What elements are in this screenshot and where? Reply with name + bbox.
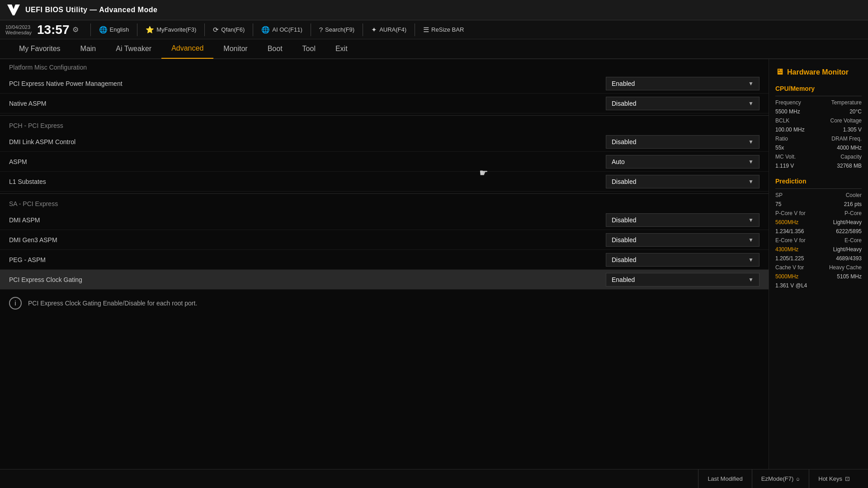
setting-label-dmi-gen3-aspm: DMI Gen3 ASPM: [9, 236, 606, 244]
ecore-volt-score-row: 1.205/1.225 4689/4393: [769, 254, 868, 263]
breadcrumb: Platform Misc Configuration: [0, 59, 769, 74]
setting-row-pci-express-native[interactable]: PCI Express Native Power Management Enab…: [0, 74, 769, 94]
nav-advanced[interactable]: Advanced: [161, 39, 213, 59]
mc-volt-label: MC Volt.: [775, 154, 796, 160]
nav-boot[interactable]: Boot: [258, 39, 292, 59]
cooler-value: 216 pts: [844, 201, 862, 207]
setting-row-dmi-aspm[interactable]: DMI ASPM Disabled ▼: [0, 210, 769, 230]
dropdown-native-aspm[interactable]: Disabled ▼: [606, 97, 760, 110]
toolbar-divider-2: [137, 23, 137, 36]
qfan-btn[interactable]: ⟳ Qfan(F6): [209, 24, 248, 36]
nav-my-favorites[interactable]: My Favorites: [9, 39, 71, 59]
dropdown-pci-express-native[interactable]: Enabled ▼: [606, 77, 760, 90]
sp-cooler-header: SP Cooler: [769, 191, 868, 200]
cache-v-for-label: Cache V for: [775, 264, 804, 271]
capacity-value: 32768 MB: [837, 163, 862, 169]
setting-label-aspm: ASPM: [9, 158, 606, 165]
dropdown-dmi-gen3-aspm[interactable]: Disabled ▼: [606, 233, 760, 247]
setting-label-pci-express-native: PCI Express Native Power Management: [9, 80, 606, 87]
cooler-label: Cooler: [846, 192, 862, 198]
toolbar-divider-3: [204, 23, 205, 36]
date-display: 10/04/2023 Wednesday: [5, 24, 32, 35]
setting-row-peg-aspm[interactable]: PEG - ASPM Disabled ▼: [0, 250, 769, 270]
setting-row-l1-substates[interactable]: L1 Substates Disabled ▼: [0, 172, 769, 192]
toolbar-divider-4: [253, 23, 253, 36]
aura-btn[interactable]: ✦ AURA(F4): [368, 24, 410, 36]
nav-main[interactable]: Main: [71, 39, 106, 59]
nav-bar: My Favorites Main Ai Tweaker Advanced Mo…: [0, 39, 868, 59]
dropdown-pci-express-clock-gating[interactable]: Enabled ▼: [606, 273, 760, 286]
cpu-memory-divider: [775, 96, 862, 96]
setting-row-native-aspm[interactable]: Native ASPM Disabled ▼: [0, 94, 769, 113]
aioc-btn[interactable]: 🌐 AI OC(F11): [258, 24, 306, 36]
hot-keys-btn[interactable]: Hot Keys ⊡: [809, 469, 859, 488]
setting-row-dmi-gen3-aspm[interactable]: DMI Gen3 ASPM Disabled ▼: [0, 230, 769, 250]
cpu-freq-temp-header: Frequency Temperature: [769, 98, 868, 107]
aioc-icon: 🌐: [261, 26, 270, 34]
nav-tool[interactable]: Tool: [292, 39, 326, 59]
chevron-down-icon: ▼: [748, 217, 754, 223]
ez-mode-btn[interactable]: EzMode(F7) ⎐: [752, 469, 809, 488]
bclk-label: BCLK: [775, 117, 789, 124]
ecore-freq-value: 4300MHz: [775, 246, 798, 253]
datetime-toolbar: 10/04/2023 Wednesday 13:57 ⚙ 🌐 English ⭐…: [0, 20, 868, 39]
dropdown-dmi-link-aspm[interactable]: Disabled ▼: [606, 135, 760, 149]
info-icon: i: [9, 297, 22, 310]
setting-row-aspm[interactable]: ASPM Auto ▼: [0, 152, 769, 172]
pcore-score-value: 6222/5895: [836, 228, 862, 235]
date-block: 10/04/2023 Wednesday: [5, 24, 32, 35]
chevron-down-icon: ▼: [748, 159, 754, 165]
dropdown-aspm[interactable]: Auto ▼: [606, 155, 760, 169]
pcore-v-header: P-Core V for P-Core: [769, 209, 868, 218]
clock-settings-icon[interactable]: ⚙: [72, 25, 79, 34]
temperature-label: Temperature: [831, 99, 862, 106]
pcore-volt-value: 1.234/1.356: [775, 228, 804, 235]
ratio-dramfreq-values: 55x 4000 MHz: [769, 143, 868, 152]
setting-label-peg-aspm: PEG - ASPM: [9, 256, 606, 263]
pcore-freq-row: 5600MHz Light/Heavy: [769, 218, 868, 227]
language-btn[interactable]: 🌐 English: [95, 24, 133, 36]
time-display: 13:57: [37, 23, 70, 36]
content-area: Platform Misc Configuration PCI Express …: [0, 59, 769, 469]
toolbar-divider-1: [90, 23, 91, 36]
dropdown-dmi-aspm[interactable]: Disabled ▼: [606, 213, 760, 227]
ecore-light-heavy-label: Light/Heavy: [833, 246, 862, 253]
info-description: PCI Express Clock Gating Enable/Disable …: [28, 300, 197, 307]
monitor-icon: 🖥: [775, 67, 783, 77]
toolbar-divider-5: [311, 23, 311, 36]
chevron-down-icon: ▼: [748, 237, 754, 243]
setting-row-dmi-link-aspm[interactable]: DMI Link ASPM Control Disabled ▼: [0, 132, 769, 152]
ecore-score-value: 4689/4393: [836, 255, 862, 262]
last-modified-btn[interactable]: Last Modified: [698, 469, 751, 488]
nav-exit[interactable]: Exit: [326, 39, 358, 59]
chevron-down-icon: ▼: [748, 100, 754, 107]
bottom-bar: Last Modified EzMode(F7) ⎐ Hot Keys ⊡: [0, 469, 868, 488]
pcore-volt-score-row: 1.234/1.356 6222/5895: [769, 227, 868, 236]
cache-heavy-freq-value: 5105 MHz: [837, 273, 862, 280]
info-bar: i PCI Express Clock Gating Enable/Disabl…: [0, 290, 769, 317]
dropdown-l1-substates[interactable]: Disabled ▼: [606, 175, 760, 188]
group-divider-1: [0, 115, 769, 116]
setting-label-native-aspm: Native ASPM: [9, 100, 606, 107]
time-block: 13:57 ⚙: [37, 23, 79, 36]
nav-monitor[interactable]: Monitor: [213, 39, 257, 59]
resizebar-btn[interactable]: ☰ ReSize BAR: [420, 24, 467, 36]
pcore-freq-value: 5600MHz: [775, 219, 798, 225]
app-title: UEFI BIOS Utility — Advanced Mode: [25, 6, 157, 14]
search-btn[interactable]: ? Search(F9): [316, 24, 358, 35]
temperature-value: 20°C: [849, 108, 862, 115]
mc-volt-value: 1.119 V: [775, 163, 794, 169]
cpu-memory-section: CPU/Memory: [769, 82, 868, 94]
cache-volt-value: 1.361 V @L4: [775, 282, 807, 289]
nav-ai-tweaker[interactable]: Ai Tweaker: [106, 39, 161, 59]
chevron-down-icon: ▼: [748, 178, 754, 185]
sp-value: 75: [775, 201, 781, 207]
ecore-type-label: E-Core: [844, 237, 862, 244]
core-voltage-value: 1.305 V: [843, 127, 862, 133]
hardware-monitor-title: 🖥 Hardware Monitor: [769, 64, 868, 82]
setting-row-pci-express-clock-gating[interactable]: PCI Express Clock Gating Enabled ▼: [0, 270, 769, 290]
dropdown-peg-aspm[interactable]: Disabled ▼: [606, 253, 760, 267]
section-pch-pci: PCH - PCI Express: [0, 117, 769, 132]
setting-label-l1-substates: L1 Substates: [9, 178, 606, 185]
myfavorite-btn[interactable]: ⭐ MyFavorite(F3): [142, 24, 200, 36]
